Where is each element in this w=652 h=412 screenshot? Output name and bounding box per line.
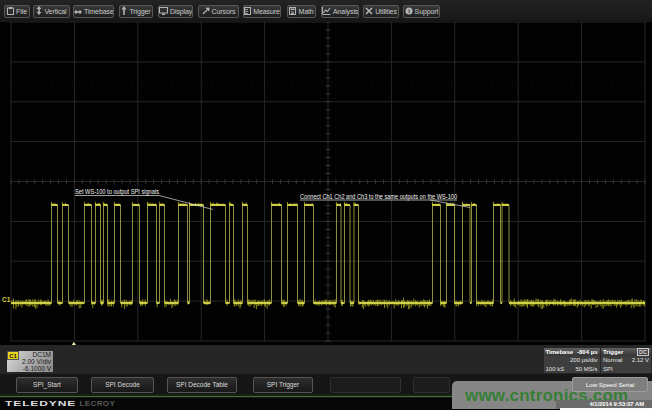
svg-text:C1: C1 xyxy=(2,296,11,303)
svg-text:Connect Ch1 Ch2 and Ch3 to the: Connect Ch1 Ch2 and Ch3 to the same outp… xyxy=(300,193,457,201)
svg-text:Set WS-100 to output SPI signa: Set WS-100 to output SPI signals xyxy=(75,188,159,196)
